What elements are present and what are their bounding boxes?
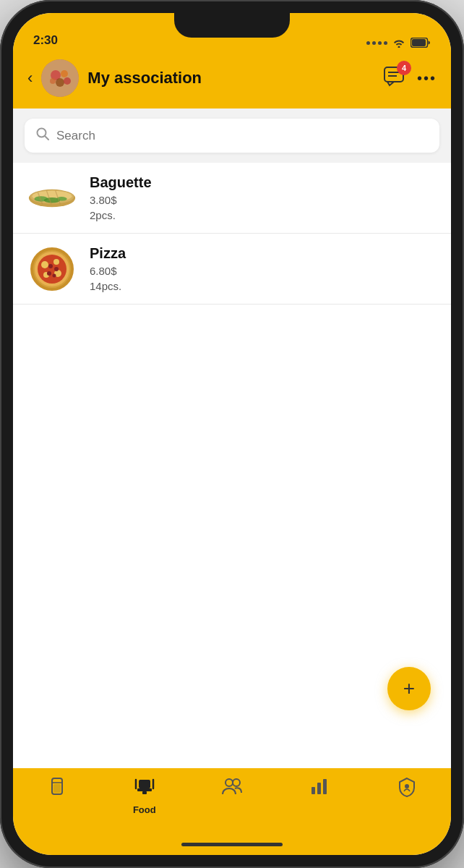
baguette-svg	[27, 184, 77, 212]
search-input[interactable]	[56, 129, 428, 143]
item-name: Baguette	[90, 174, 152, 191]
stats-icon	[310, 777, 329, 800]
nav-item-people[interactable]	[188, 777, 275, 803]
list-item[interactable]: Pizza 6.80$ 14pcs.	[13, 234, 451, 305]
nav-label-food: Food	[133, 804, 156, 815]
drink-icon	[48, 777, 66, 801]
chat-button[interactable]: 4	[384, 67, 405, 90]
wifi-icon	[392, 38, 406, 48]
chat-badge: 4	[397, 61, 411, 75]
pizza-svg	[30, 247, 74, 291]
header-title: My association	[87, 69, 202, 88]
item-price: 3.80$	[90, 194, 152, 206]
item-list: Baguette 3.80$ 2pcs.	[13, 163, 451, 768]
svg-line-12	[45, 136, 48, 140]
search-icon	[36, 127, 49, 144]
svg-point-47	[405, 784, 409, 788]
nav-item-account[interactable]	[364, 777, 451, 804]
svg-point-26	[53, 259, 59, 265]
nav-item-drink[interactable]	[13, 777, 100, 804]
add-button[interactable]: +	[387, 667, 431, 710]
phone-screen: 2:30 ‹	[13, 13, 451, 855]
search-container	[13, 109, 451, 163]
nav-item-food[interactable]: Food	[100, 777, 188, 815]
status-time: 2:30	[33, 33, 58, 48]
svg-rect-38	[137, 788, 152, 791]
avatar-image	[41, 59, 79, 97]
item-price: 6.80$	[90, 265, 126, 277]
list-item[interactable]: Baguette 3.80$ 2pcs.	[13, 163, 451, 234]
signal-icon	[366, 41, 387, 45]
svg-rect-45	[317, 783, 321, 794]
item-info: Pizza 6.80$ 14pcs.	[90, 245, 126, 292]
svg-point-6	[50, 78, 56, 84]
status-icons	[366, 38, 431, 48]
svg-point-29	[48, 264, 53, 268]
svg-rect-37	[139, 780, 150, 788]
svg-rect-39	[142, 791, 147, 794]
battery-icon	[411, 38, 431, 48]
header-left: ‹ My association	[27, 59, 202, 97]
home-bar	[181, 843, 283, 846]
avatar	[41, 59, 79, 97]
svg-rect-1	[412, 39, 426, 46]
content-area: Baguette 3.80$ 2pcs.	[13, 109, 451, 768]
svg-rect-44	[312, 787, 315, 794]
svg-point-31	[47, 271, 51, 276]
svg-point-30	[54, 267, 59, 271]
search-box	[25, 119, 439, 153]
svg-point-5	[56, 78, 64, 87]
home-indicator	[13, 833, 451, 855]
item-count: 14pcs.	[90, 280, 126, 292]
svg-rect-36	[53, 784, 61, 793]
item-info: Baguette 3.80$ 2pcs.	[90, 174, 152, 221]
header: ‹ My association	[13, 52, 451, 109]
food-icon	[134, 777, 155, 801]
svg-rect-46	[323, 779, 327, 794]
pizza-image	[27, 250, 77, 288]
item-name: Pizza	[90, 245, 126, 262]
bottom-nav: Food	[13, 768, 451, 833]
header-right: 4 •••	[384, 67, 437, 90]
svg-point-43	[233, 779, 240, 786]
item-count: 2pcs.	[90, 209, 152, 221]
svg-point-24	[38, 255, 66, 284]
phone-frame: 2:30 ‹	[0, 0, 464, 868]
nav-item-stats[interactable]	[276, 777, 364, 803]
plus-icon: +	[403, 677, 415, 700]
svg-point-32	[53, 273, 56, 277]
svg-point-25	[41, 261, 48, 268]
baguette-image	[27, 179, 77, 217]
svg-point-42	[225, 779, 233, 786]
people-icon	[221, 777, 243, 800]
notch	[174, 13, 290, 38]
account-icon	[398, 777, 416, 801]
more-button[interactable]: •••	[417, 70, 437, 87]
svg-point-7	[64, 77, 71, 85]
back-button[interactable]: ‹	[27, 69, 33, 88]
svg-point-4	[61, 70, 68, 77]
